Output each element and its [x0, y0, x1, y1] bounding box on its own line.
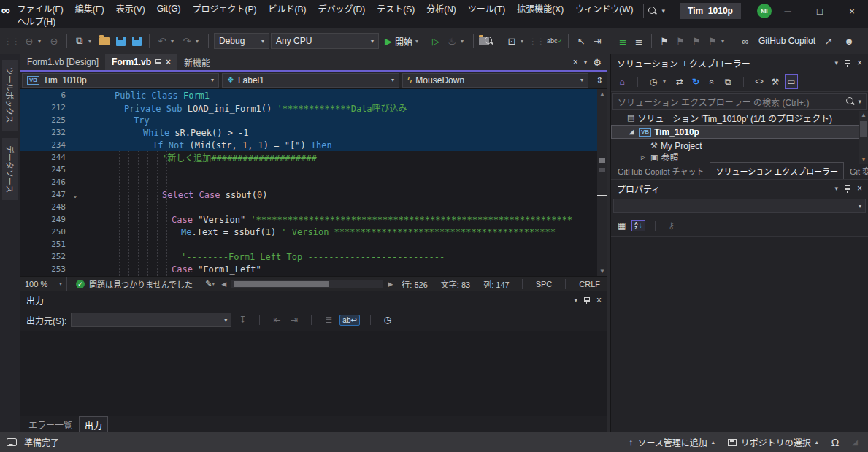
- tree-item[interactable]: ▤ソリューション 'Tim_1010p' (1/1 のプロジェクト): [611, 111, 868, 125]
- message-icon[interactable]: [7, 438, 17, 446]
- editor-vertical-scrollbar[interactable]: ▲ ▼: [597, 89, 607, 276]
- properties-wrench-icon[interactable]: ⚒: [769, 74, 782, 89]
- spell-check-icon[interactable]: abc✓: [547, 33, 563, 49]
- bookmarks-caret-icon[interactable]: ▾: [721, 38, 729, 45]
- code-line[interactable]: 232While sR.Peek() > -1: [20, 126, 607, 139]
- navigate-to-icon[interactable]: ↖: [574, 33, 588, 49]
- member-dropdown[interactable]: ϟ MouseDown▾: [402, 73, 588, 88]
- collapsed-arrow-icon[interactable]: ▷: [639, 154, 648, 161]
- new-project-icon[interactable]: ⧉: [72, 33, 87, 49]
- project-dropdown[interactable]: VB Tim_1010p▾: [22, 73, 219, 88]
- tree-item[interactable]: ◢VBTim_1010p: [611, 125, 868, 139]
- expanded-arrow-icon[interactable]: ◢: [627, 129, 636, 135]
- resize-grip[interactable]: ◢: [852, 438, 858, 446]
- code-line[interactable]: 225Try: [20, 114, 607, 126]
- select-repository-button[interactable]: リポジトリの選択 ▴: [728, 436, 818, 448]
- code-line[interactable]: 247⌄Select Case ssbuf(0): [20, 188, 607, 201]
- start-debug-button[interactable]: ▶ 開始 ▾: [380, 32, 427, 50]
- share-icon[interactable]: ↗: [821, 33, 836, 49]
- navigate-back-icon[interactable]: ⊖: [22, 33, 37, 49]
- close-panel-icon[interactable]: ×: [857, 183, 862, 194]
- scroll-down-icon[interactable]: ▼: [597, 268, 607, 275]
- editor-horizontal-scrollbar[interactable]: [231, 280, 383, 288]
- pin-tab-icon[interactable]: [155, 59, 161, 64]
- search-dropdown-caret-icon[interactable]: ▾: [661, 7, 665, 15]
- format-document-icon[interactable]: ⇥: [590, 33, 604, 49]
- word-wrap-icon[interactable]: ab↩: [339, 315, 360, 326]
- maximize-button[interactable]: □: [804, 0, 836, 22]
- code-line[interactable]: 6Public Class Form1: [20, 89, 607, 101]
- search-box[interactable]: Tim_1010p: [680, 3, 741, 19]
- search-icon[interactable]: [648, 7, 657, 15]
- filter-caret-icon[interactable]: ▾: [663, 78, 670, 85]
- right-panel-tab[interactable]: GitHub Copilot チャット: [612, 163, 709, 179]
- bottom-panel-tab[interactable]: エラー一覧: [23, 416, 77, 433]
- github-copilot-label[interactable]: GitHub Copilot: [758, 36, 815, 46]
- bottom-panel-tab[interactable]: 出力: [79, 416, 108, 434]
- search-caret-icon[interactable]: ▾: [858, 98, 861, 105]
- preview-window-caret-icon[interactable]: ▾: [521, 38, 528, 45]
- menu-item[interactable]: Git(G): [151, 4, 187, 14]
- document-list-caret-icon[interactable]: ▾: [584, 58, 588, 66]
- properties-content[interactable]: [611, 237, 868, 432]
- code-cleanup-icon[interactable]: ✎: [205, 279, 212, 288]
- toggle-bookmark-icon[interactable]: ⚑: [657, 33, 672, 49]
- minimize-button[interactable]: ─: [772, 0, 804, 22]
- account-badge[interactable]: NII: [757, 4, 772, 18]
- menu-item[interactable]: ヘルプ(H): [11, 15, 61, 27]
- preview-selected-items-icon[interactable]: ⧉: [721, 74, 734, 89]
- show-all-files-icon[interactable]: ▭: [785, 74, 798, 89]
- hot-reload-icon[interactable]: ♨: [445, 33, 459, 49]
- code-line[interactable]: 252'--------Form1 Left Top -------------…: [20, 250, 607, 263]
- add-to-source-control-button[interactable]: ↑ ソース管理に追加 ▴: [629, 436, 715, 448]
- fold-chevron-icon[interactable]: ⌄: [66, 191, 85, 199]
- code-line[interactable]: 245: [20, 164, 607, 176]
- close-panel-icon[interactable]: ×: [596, 295, 602, 305]
- output-source-select[interactable]: ▾: [71, 313, 231, 327]
- menu-item[interactable]: 編集(E): [69, 2, 110, 15]
- menu-item[interactable]: 分析(N): [420, 2, 462, 15]
- scroll-right-icon[interactable]: ▶: [385, 280, 395, 288]
- uncomment-lines-icon[interactable]: ≣: [631, 33, 646, 49]
- properties-object-select[interactable]: ▾: [611, 197, 868, 215]
- sync-with-active-document-icon[interactable]: ⇄: [673, 74, 686, 89]
- scroll-down-icon[interactable]: ▼: [859, 156, 868, 163]
- pending-changes-filter-icon[interactable]: ◷: [647, 74, 660, 89]
- search-icon[interactable]: [846, 97, 855, 106]
- timestamp-icon[interactable]: ◷: [381, 315, 394, 325]
- menu-item[interactable]: デバッグ(D): [312, 2, 371, 15]
- clear-all-icon[interactable]: ≣: [322, 315, 335, 325]
- property-pages-key-icon[interactable]: ⚷: [665, 218, 678, 233]
- editor-tab[interactable]: 新機能: [177, 54, 217, 70]
- panel-options-caret-icon[interactable]: ▾: [834, 185, 838, 192]
- code-editor[interactable]: 6Public Class Form1212Private Sub LOAD_i…: [20, 89, 607, 276]
- space-indicator[interactable]: SPC: [529, 280, 560, 288]
- navigate-back-caret-icon[interactable]: ▾: [38, 38, 45, 45]
- code-cleanup-caret-icon[interactable]: ▾: [212, 280, 219, 287]
- menu-item[interactable]: ビルド(B): [262, 2, 312, 15]
- navigate-forward-icon[interactable]: ⊖: [47, 33, 61, 49]
- categorized-icon[interactable]: ▦: [615, 220, 628, 231]
- close-panel-icon[interactable]: ×: [857, 58, 862, 68]
- pin-panel-icon[interactable]: [584, 297, 590, 302]
- close-tab-icon[interactable]: ×: [166, 57, 171, 67]
- undo-caret-icon[interactable]: ▾: [171, 38, 178, 45]
- panel-options-caret-icon[interactable]: ▾: [574, 296, 577, 304]
- code-line[interactable]: 212Private Sub LOAD_ini_Form1() '*******…: [20, 101, 607, 114]
- tree-item[interactable]: ▷▣参照: [611, 153, 868, 161]
- menu-item[interactable]: ツール(T): [462, 2, 511, 15]
- split-editor-icon[interactable]: ⇕: [593, 75, 606, 85]
- editor-tab[interactable]: Form1.vb [Design]: [20, 54, 105, 70]
- menu-item[interactable]: テスト(S): [371, 2, 420, 15]
- menu-item[interactable]: ファイル(F): [11, 2, 69, 15]
- sort-alphabetical-icon[interactable]: AZ↓: [631, 220, 645, 231]
- save-all-icon[interactable]: [129, 33, 144, 49]
- eol-indicator[interactable]: CRLF: [572, 280, 607, 288]
- previous-message-icon[interactable]: ⇤: [270, 315, 283, 325]
- new-project-caret-icon[interactable]: ▾: [88, 38, 96, 45]
- collapse-all-icon[interactable]: «: [704, 75, 719, 88]
- char-indicator[interactable]: 文字: 83: [434, 278, 477, 290]
- panel-options-caret-icon[interactable]: ▾: [834, 59, 838, 66]
- solution-search-box[interactable]: ソリューション エクスプローラー の検索 (Ctrl+:) ▾: [612, 93, 867, 110]
- hot-reload-caret-icon[interactable]: ▾: [461, 38, 468, 45]
